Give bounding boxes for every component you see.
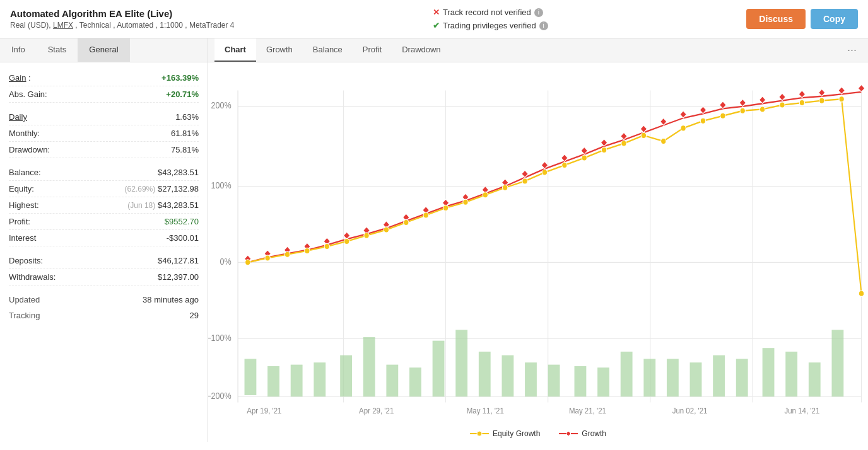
main-layout: Info Stats General Gain : +163.39% Abs. …: [0, 38, 868, 442]
svg-rect-36: [548, 365, 560, 397]
copy-button[interactable]: Copy: [811, 9, 858, 29]
svg-rect-31: [433, 341, 445, 397]
svg-point-103: [681, 125, 686, 131]
svg-rect-30: [409, 367, 421, 396]
abs-gain-value: +20.71%: [166, 89, 199, 99]
withdrawals-label: Withdrawals:: [9, 272, 56, 282]
page-title: Automated Algorithm EA Elite (Live): [10, 8, 235, 19]
monthly-label: Monthly:: [9, 129, 40, 138]
header-left: Automated Algorithm EA Elite (Live) Real…: [10, 8, 235, 30]
profit-value: $9552.70: [165, 217, 199, 226]
trading-privileges-label: Trading privileges verified: [443, 21, 536, 30]
daily-label: Daily: [9, 112, 27, 122]
tab-general[interactable]: General: [78, 38, 129, 62]
gain-label: Gain :: [9, 73, 31, 83]
balance-label: Balance:: [9, 168, 41, 177]
svg-text:Apr 19, '21: Apr 19, '21: [247, 406, 281, 415]
chart-tabs: Chart Growth Balance Profit Drawdown ···: [208, 38, 868, 62]
left-tabs: Info Stats General: [0, 38, 208, 62]
abs-gain-row: Abs. Gain: +20.71%: [9, 86, 199, 103]
equity-pct: (62.69%): [125, 185, 156, 193]
deposits-label: Deposits:: [9, 256, 43, 265]
svg-rect-29: [386, 365, 398, 397]
track-record-status: ✕ Track record not verified i: [433, 8, 548, 17]
tab-info[interactable]: Info: [0, 38, 37, 62]
legend-growth-icon: [559, 430, 578, 437]
drawdown-label: Drawdown:: [9, 145, 50, 154]
check-icon: ✔: [433, 21, 440, 30]
svg-point-109: [799, 100, 804, 105]
svg-rect-23: [245, 359, 257, 395]
track-record-label: Track record not verified: [443, 8, 531, 17]
svg-text:May 11, '21: May 11, '21: [467, 406, 504, 415]
svg-point-110: [819, 98, 824, 103]
svg-point-94: [503, 185, 508, 190]
svg-rect-25: [291, 365, 303, 397]
gain-row: Gain : +163.39%: [9, 70, 199, 86]
daily-row: Daily 1.63%: [9, 109, 199, 125]
track-record-info-icon[interactable]: i: [534, 8, 543, 17]
svg-rect-32: [455, 330, 467, 396]
highest-row: Highest: (Jun 18) $43,283.51: [9, 197, 199, 214]
svg-marker-76: [779, 93, 785, 101]
svg-point-99: [601, 147, 606, 153]
tab-balance[interactable]: Balance: [303, 38, 353, 62]
updated-value: 38 minutes ago: [143, 295, 199, 304]
svg-point-98: [582, 155, 587, 161]
header-actions: Discuss Copy: [746, 9, 858, 29]
svg-rect-33: [479, 352, 491, 396]
tracking-row: Tracking 29: [9, 308, 199, 323]
discuss-button[interactable]: Discuss: [746, 9, 806, 29]
svg-point-105: [720, 113, 725, 118]
withdrawals-row: Withdrawals: $12,397.00: [9, 269, 199, 286]
tab-stats[interactable]: Stats: [37, 38, 78, 62]
tab-growth[interactable]: Growth: [256, 38, 303, 62]
trading-privileges-info-icon[interactable]: i: [539, 21, 548, 30]
highest-label: Highest:: [9, 200, 39, 210]
monthly-row: Monthly: 61.81%: [9, 125, 199, 142]
svg-point-92: [463, 199, 468, 205]
gain-value: +163.39%: [161, 73, 199, 83]
highest-value: (Jun 18) $43,283.51: [127, 200, 199, 210]
svg-point-81: [245, 260, 250, 265]
deposits-value: $46,127.81: [158, 256, 199, 265]
svg-point-96: [542, 170, 547, 175]
svg-marker-78: [819, 89, 825, 96]
left-panel: Info Stats General Gain : +163.39% Abs. …: [0, 38, 208, 442]
svg-rect-40: [643, 359, 655, 396]
deposits-row: Deposits: $46,127.81: [9, 253, 199, 269]
svg-marker-79: [838, 87, 845, 95]
tab-profit[interactable]: Profit: [353, 38, 392, 62]
drawdown-row: Drawdown: 75.81%: [9, 142, 199, 158]
interest-label: Interest: [9, 233, 36, 243]
svg-rect-27: [340, 355, 352, 397]
svg-point-104: [700, 118, 705, 124]
svg-text:Apr 29, '21: Apr 29, '21: [359, 406, 394, 415]
svg-point-107: [760, 107, 765, 112]
tab-chart[interactable]: Chart: [214, 38, 256, 62]
balance-row: Balance: $43,283.51: [9, 164, 199, 181]
svg-point-106: [740, 108, 745, 113]
profit-label: Profit:: [9, 217, 30, 226]
header-status: ✕ Track record not verified i ✔ Trading …: [433, 8, 548, 30]
svg-point-83: [284, 251, 290, 257]
equity-value: (62.69%) $27,132.98: [125, 184, 199, 193]
svg-marker-75: [759, 96, 765, 104]
svg-marker-80: [858, 84, 864, 92]
svg-rect-35: [525, 362, 537, 396]
svg-point-93: [483, 192, 488, 198]
svg-point-108: [780, 102, 785, 108]
updated-row: Updated 38 minutes ago: [9, 292, 199, 308]
chart-more-icon[interactable]: ···: [842, 38, 862, 62]
monthly-value: 61.81%: [171, 129, 199, 138]
svg-point-88: [384, 227, 389, 233]
interest-value: -$300.01: [167, 233, 199, 243]
tracking-value: 29: [190, 311, 199, 320]
svg-rect-47: [809, 362, 821, 396]
svg-rect-48: [831, 330, 843, 396]
svg-point-95: [522, 178, 527, 184]
svg-rect-41: [667, 359, 679, 396]
info-content: Gain : +163.39% Abs. Gain: +20.71% Daily…: [0, 62, 208, 442]
tab-drawdown[interactable]: Drawdown: [392, 38, 450, 62]
svg-text:−200%: −200%: [208, 391, 232, 401]
